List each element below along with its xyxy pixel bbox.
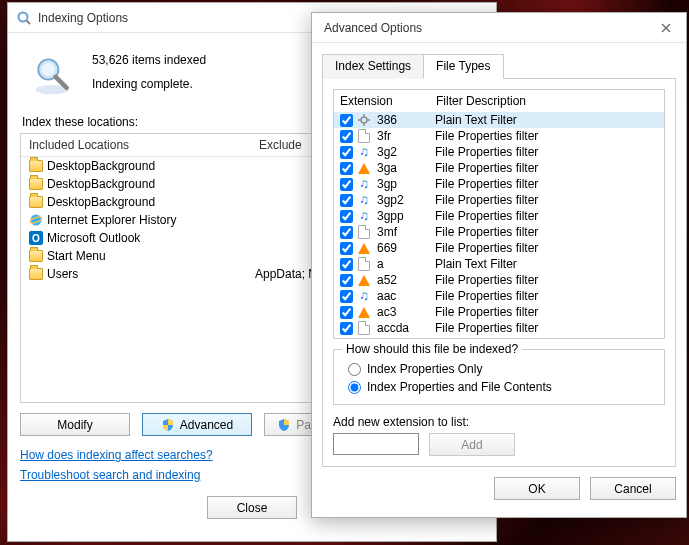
filetype-checkbox[interactable] [340,226,353,239]
advanced-titlebar: Advanced Options [312,13,686,43]
filetype-desc: File Properties filter [435,289,662,303]
music-icon: ♫ [357,145,371,159]
shield-icon [161,418,175,432]
radio-properties-only[interactable]: Index Properties Only [348,362,654,376]
cancel-button[interactable]: Cancel [590,477,676,500]
filetype-checkbox[interactable] [340,306,353,319]
music-icon: ♫ [357,209,371,223]
filetype-row[interactable]: ♫3g2File Properties filter [334,144,664,160]
advanced-button[interactable]: Advanced [142,413,252,436]
filetype-desc: Plain Text Filter [435,257,662,271]
filetype-checkbox[interactable] [340,194,353,207]
filetype-ext: 669 [375,241,431,255]
filetype-checkbox[interactable] [340,146,353,159]
filetype-row[interactable]: aPlain Text Filter [334,256,664,272]
radio-properties-and-contents[interactable]: Index Properties and File Contents [348,380,654,394]
filetype-desc: File Properties filter [435,225,662,239]
location-name: DesktopBackground [47,195,155,209]
col-spacer [648,90,664,112]
filetype-ext: accda [375,321,431,335]
filetype-row[interactable]: ♫aacFile Properties filter [334,288,664,304]
filetype-row[interactable]: 669File Properties filter [334,240,664,256]
filetype-checkbox[interactable] [340,258,353,271]
filetype-desc: Plain Text Filter [435,113,662,127]
location-name: DesktopBackground [47,159,155,173]
filetype-checkbox[interactable] [340,242,353,255]
filetype-checkbox[interactable] [340,114,353,127]
advanced-tabs: Index Settings File Types [322,53,676,79]
filetype-ext: ac3 [375,305,431,319]
vlc-icon [357,161,371,175]
add-extension-label: Add new extension to list: [333,415,665,429]
col-included[interactable]: Included Locations [21,134,251,156]
file-icon [357,257,371,271]
location-name: Users [47,267,78,281]
folder-icon [29,268,43,280]
filetype-checkbox[interactable] [340,322,353,335]
filetype-desc: File Properties filter [435,273,662,287]
outlook-icon: O [29,231,43,245]
location-name: Start Menu [47,249,106,263]
ok-button[interactable]: OK [494,477,580,500]
filetype-ext: a [375,257,431,271]
filetype-ext: 3mf [375,225,431,239]
filetype-checkbox[interactable] [340,210,353,223]
file-icon [357,225,371,239]
filetype-row[interactable]: 386Plain Text Filter [334,112,664,128]
magnifier-icon [28,51,76,99]
filetype-ext: 3gpp [375,209,431,223]
filetypes-scroll[interactable]: 386Plain Text Filter3frFile Properties f… [334,112,664,338]
filetype-desc: File Properties filter [435,321,662,335]
music-icon: ♫ [357,177,371,191]
tab-file-types[interactable]: File Types [423,54,503,79]
add-extension-row: Add new extension to list: Add [333,415,665,456]
filetype-row[interactable]: ♫3gppFile Properties filter [334,208,664,224]
items-indexed-text: 53,626 items indexed [92,53,206,67]
filetype-checkbox[interactable] [340,178,353,191]
filetype-checkbox[interactable] [340,290,353,303]
filetype-desc: File Properties filter [435,241,662,255]
filetype-row[interactable]: 3mfFile Properties filter [334,224,664,240]
advanced-close-button[interactable] [650,17,682,39]
add-button[interactable]: Add [429,433,515,456]
col-exclude[interactable]: Exclude [251,134,310,156]
filetype-ext: aac [375,289,431,303]
music-icon: ♫ [357,289,371,303]
folder-icon [29,250,43,262]
filetype-row[interactable]: a52File Properties filter [334,272,664,288]
filetype-row[interactable]: accdaFile Properties filter [334,320,664,336]
filetype-ext: 3fr [375,129,431,143]
svg-point-6 [42,63,55,76]
file-icon [357,129,371,143]
close-button[interactable]: Close [207,496,297,519]
music-icon: ♫ [357,193,371,207]
filetypes-list: Extension Filter Description 386Plain Te… [333,89,665,339]
filetype-ext: 3gp2 [375,193,431,207]
filetype-desc: File Properties filter [435,129,662,143]
filetype-desc: File Properties filter [435,209,662,223]
group-title: How should this file be indexed? [342,342,522,356]
filetype-desc: File Properties filter [435,177,662,191]
filetype-row[interactable]: ♫3gpFile Properties filter [334,176,664,192]
vlc-icon [357,305,371,319]
ie-icon [29,213,43,227]
filetype-ext: 3gp [375,177,431,191]
modify-button[interactable]: Modify [20,413,130,436]
filetype-desc: File Properties filter [435,305,662,319]
folder-icon [29,178,43,190]
add-extension-input[interactable] [333,433,419,455]
filetype-checkbox[interactable] [340,130,353,143]
filetype-row[interactable]: ac3File Properties filter [334,304,664,320]
filetype-checkbox[interactable] [340,274,353,287]
filetype-row[interactable]: 3gaFile Properties filter [334,160,664,176]
gear-icon [357,113,371,127]
filetype-checkbox[interactable] [340,162,353,175]
filetype-row[interactable]: 3frFile Properties filter [334,128,664,144]
tab-index-settings[interactable]: Index Settings [322,54,424,79]
advanced-title: Advanced Options [320,21,650,35]
col-extension[interactable]: Extension [334,90,430,112]
radio-contents-input[interactable] [348,381,361,394]
col-filter-description[interactable]: Filter Description [430,90,648,112]
filetype-row[interactable]: ♫3gp2File Properties filter [334,192,664,208]
radio-properties-only-input[interactable] [348,363,361,376]
